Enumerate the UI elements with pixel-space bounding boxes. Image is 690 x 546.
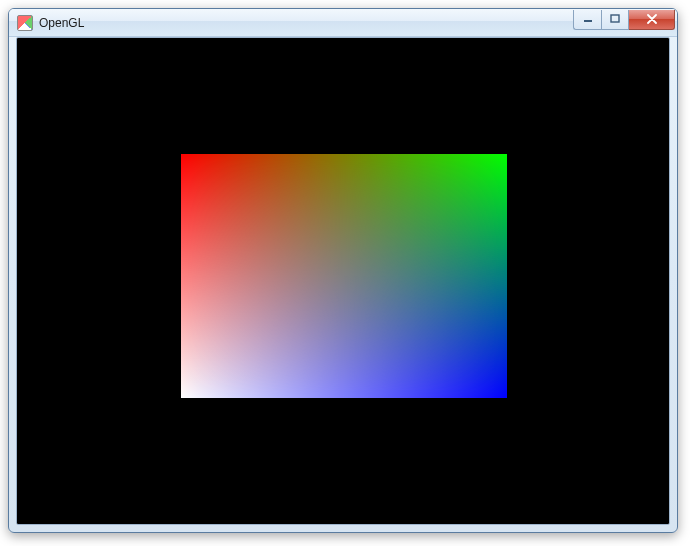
minimize-button[interactable]	[573, 10, 601, 30]
maximize-button[interactable]	[601, 10, 629, 30]
app-window: OpenGL	[8, 8, 678, 533]
opengl-viewport	[17, 38, 669, 524]
opengl-app-icon	[17, 15, 33, 31]
svg-rect-0	[584, 20, 592, 22]
minimize-icon	[583, 14, 593, 24]
client-area	[16, 37, 670, 525]
close-icon	[646, 14, 658, 24]
window-controls	[573, 10, 675, 30]
window-title: OpenGL	[39, 16, 573, 30]
svg-rect-1	[611, 15, 619, 22]
titlebar[interactable]: OpenGL	[9, 9, 677, 37]
close-button[interactable]	[629, 10, 675, 30]
maximize-icon	[610, 14, 620, 24]
gradient-quad	[181, 154, 507, 398]
svg-rect-4	[181, 154, 507, 398]
